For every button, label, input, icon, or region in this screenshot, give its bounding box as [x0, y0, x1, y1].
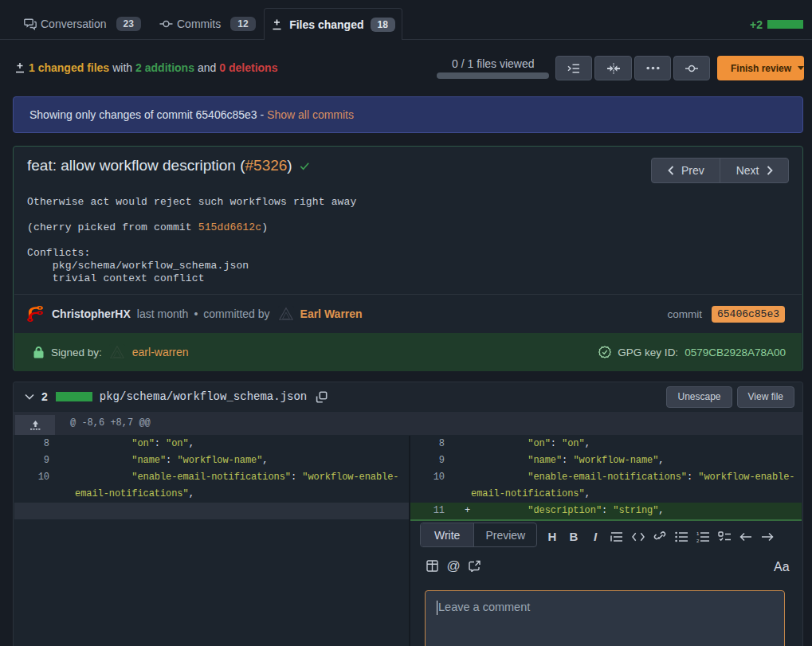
svg-text:1: 1	[696, 531, 700, 536]
svg-text:2: 2	[696, 538, 700, 542]
